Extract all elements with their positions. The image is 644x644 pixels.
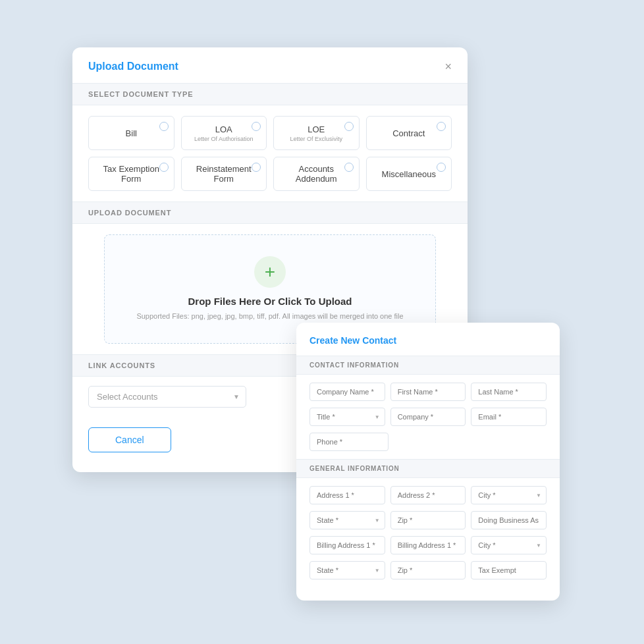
address2-input[interactable] xyxy=(390,486,466,504)
address1-field xyxy=(309,486,385,504)
state-b-field xyxy=(309,561,385,579)
select-doc-type-label: SELECT DOCUMENT TYPE xyxy=(72,83,468,105)
last-name-field xyxy=(471,383,547,401)
phone-field xyxy=(309,433,389,451)
doc-type-contract[interactable]: Contract xyxy=(366,116,452,150)
billing-address1-field xyxy=(309,536,385,554)
drop-text: Drop Files Here Or Click To Upload xyxy=(188,296,352,307)
billing-address1-input[interactable] xyxy=(309,536,385,554)
state-input[interactable] xyxy=(309,511,385,529)
title-field xyxy=(309,408,385,426)
select-accounts-wrapper: Select Accounts xyxy=(88,386,246,408)
radio-bill xyxy=(159,122,169,131)
billing-address1b-field xyxy=(390,536,466,554)
supported-files-text: Supported Files: png, jpeg, jpg, bmp, ti… xyxy=(136,311,403,322)
title-input[interactable] xyxy=(309,408,385,426)
doc-type-contract-label: Contract xyxy=(392,128,425,138)
company-name-input[interactable] xyxy=(309,383,385,401)
last-name-input[interactable] xyxy=(471,383,547,401)
company-input[interactable] xyxy=(390,408,466,426)
modal-title: Upload Document xyxy=(88,61,178,72)
city-b-field xyxy=(471,536,547,554)
doc-type-reinstatement[interactable]: Reinstatement Form xyxy=(181,157,267,191)
doc-type-bill[interactable]: Bill xyxy=(88,116,174,150)
contact-row-2 xyxy=(309,408,547,426)
state-b-input[interactable] xyxy=(309,561,385,579)
contact-info-label: CONTACT INFORMATION xyxy=(296,356,560,375)
general-row-1 xyxy=(309,486,547,504)
general-row-2 xyxy=(309,511,547,529)
general-info-label: GENERAL INFORMATION xyxy=(296,459,560,478)
upload-document-label: UPLOAD DOCUMENT xyxy=(72,201,468,224)
state-field xyxy=(309,511,385,529)
doc-type-reinstatement-label: Reinstatement Form xyxy=(187,164,261,184)
general-row-3 xyxy=(309,536,547,554)
create-contact-panel: Create New Contact CONTACT INFORMATION xyxy=(296,323,560,601)
radio-reinstatement xyxy=(252,163,261,172)
company-name-field xyxy=(309,383,385,401)
tax-exempt-input[interactable] xyxy=(471,561,547,579)
zip-field xyxy=(390,511,466,529)
doc-type-accounts-label: Accounts Addendum xyxy=(279,164,354,184)
city-input[interactable] xyxy=(471,486,547,504)
city-field xyxy=(471,486,547,504)
billing-address1b-input[interactable] xyxy=(390,536,466,554)
doc-type-misc[interactable]: Miscellaneous xyxy=(366,157,452,191)
city-b-input[interactable] xyxy=(471,536,547,554)
zip-b-input[interactable] xyxy=(390,561,466,579)
doc-type-tax-label: Tax Exemption Form xyxy=(94,164,169,184)
email-field xyxy=(471,408,547,426)
general-info-fields xyxy=(296,478,560,587)
contact-panel-header: Create New Contact xyxy=(296,323,560,356)
first-name-field xyxy=(390,383,466,401)
plus-icon: + xyxy=(254,256,286,288)
contact-row-1 xyxy=(309,383,547,401)
address1-input[interactable] xyxy=(309,486,385,504)
doing-business-as-input[interactable] xyxy=(471,511,547,529)
general-row-4 xyxy=(309,561,547,579)
cancel-button[interactable]: Cancel xyxy=(88,427,171,452)
doing-business-as-field xyxy=(471,511,547,529)
doc-type-loa[interactable]: LOA Letter Of Authorisation xyxy=(181,116,267,150)
radio-contract xyxy=(437,122,446,131)
radio-accounts xyxy=(344,163,354,172)
doc-type-loe-sub: Letter Of Exclusivity xyxy=(290,136,342,142)
radio-tax xyxy=(159,163,169,172)
contact-info-fields xyxy=(296,375,560,459)
address2-field xyxy=(390,486,466,504)
radio-loa xyxy=(252,122,261,131)
modal-header: Upload Document × xyxy=(72,47,468,83)
tax-exempt-field xyxy=(471,561,547,579)
zip-b-field xyxy=(390,561,466,579)
zip-input[interactable] xyxy=(390,511,466,529)
doc-type-loa-label: LOA xyxy=(215,124,232,134)
email-input[interactable] xyxy=(471,408,547,426)
phone-input[interactable] xyxy=(309,433,389,451)
doc-type-loe-label: LOE xyxy=(308,124,325,134)
doc-type-tax[interactable]: Tax Exemption Form xyxy=(88,157,174,191)
contact-row-3 xyxy=(309,433,547,451)
contact-panel-title: Create New Contact xyxy=(309,335,396,346)
doc-type-misc-label: Miscellaneous xyxy=(382,169,436,179)
first-name-input[interactable] xyxy=(390,383,466,401)
doc-type-loa-sub: Letter Of Authorisation xyxy=(194,136,254,142)
select-accounts-dropdown[interactable]: Select Accounts xyxy=(88,386,246,408)
close-button[interactable]: × xyxy=(444,61,452,72)
company-field xyxy=(390,408,466,426)
doc-type-grid: Bill LOA Letter Of Authorisation LOE Let… xyxy=(72,105,468,201)
doc-type-bill-label: Bill xyxy=(126,128,137,138)
doc-type-loe[interactable]: LOE Letter Of Exclusivity xyxy=(273,116,360,150)
radio-loe xyxy=(344,122,354,131)
radio-misc xyxy=(437,163,446,172)
doc-type-accounts[interactable]: Accounts Addendum xyxy=(273,157,360,191)
